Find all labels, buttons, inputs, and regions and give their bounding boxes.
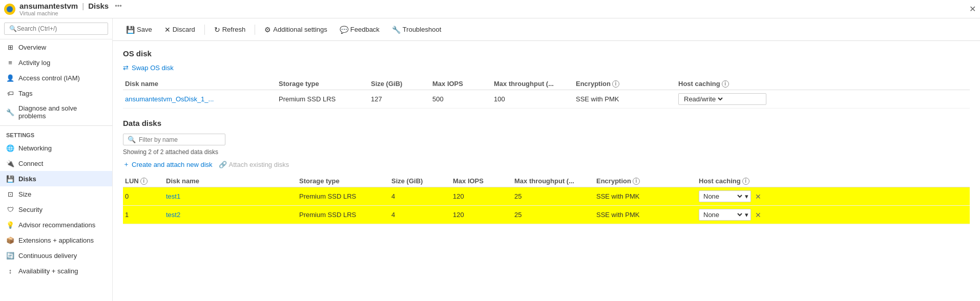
feedback-button[interactable]: 💬 Feedback — [335, 24, 385, 36]
data-throughput-0: 25 — [512, 192, 594, 200]
feedback-icon: 💬 — [340, 26, 348, 34]
lun-info-icon[interactable]: i — [140, 178, 148, 185]
sidebar-item-diagnose[interactable]: 🔧 Diagnose and solve problems — [0, 101, 112, 123]
troubleshoot-button[interactable]: 🔧 Troubleshoot — [387, 24, 446, 36]
data-disk-row-1: 1 test2 Premium SSD LRS 4 120 25 SSE wit… — [123, 206, 970, 224]
security-icon: 🛡 — [6, 205, 14, 213]
additional-settings-label: Additional settings — [273, 26, 327, 33]
showing-text: Showing 2 of 2 attached data disks — [123, 148, 970, 156]
data-storagetype-1: Premium SSD LRS — [297, 211, 389, 219]
access-control-icon: 👤 — [6, 74, 14, 82]
sidebar-nav: ⊞ Overview ≡ Activity log 👤 Access contr… — [0, 39, 112, 301]
search-input[interactable] — [4, 23, 108, 35]
data-disk-row-0: 0 test1 Premium SSD LRS 4 120 25 SSE wit… — [123, 187, 970, 206]
sidebar-label-size: Size — [18, 190, 31, 198]
data-hostcaching-dropdown-0[interactable]: None Read/write Read-only — [701, 192, 744, 201]
data-lun-0: 0 — [123, 192, 164, 200]
sidebar-label-security: Security — [18, 206, 43, 213]
sidebar-item-access-control[interactable]: 👤 Access control (IAM) — [0, 70, 112, 85]
toolbar: 💾 Save ✕ Discard ↻ Refresh ⚙ Additional … — [113, 18, 980, 41]
sidebar-label-tags: Tags — [18, 90, 32, 97]
data-hostcaching-select-1[interactable]: None Read/write Read-only ▾ — [699, 209, 751, 221]
plus-icon: ＋ — [123, 160, 130, 169]
data-col-throughput: Max throughput (... — [512, 177, 594, 185]
data-disk-table-header: LUN i Disk name Storage type Size (GiB) … — [123, 175, 970, 187]
sidebar-item-disks[interactable]: 💾 Disks — [0, 171, 112, 186]
data-host-caching-info-icon[interactable]: i — [742, 178, 749, 185]
data-diskname-0[interactable]: test1 — [164, 192, 297, 200]
sidebar-item-security[interactable]: 🛡 Security — [0, 202, 112, 217]
data-encryption-1: SSE with PMK — [594, 211, 697, 219]
data-iops-0: 120 — [451, 192, 512, 200]
refresh-label: Refresh — [222, 26, 246, 33]
discard-button[interactable]: ✕ Discard — [159, 24, 200, 36]
networking-icon: 🌐 — [6, 144, 14, 152]
filter-input[interactable] — [139, 136, 221, 143]
size-icon: ⊡ — [6, 190, 14, 198]
data-disks-title: Data disks — [123, 119, 970, 127]
host-caching-info-icon[interactable]: i — [722, 80, 729, 88]
sidebar-label-disks: Disks — [18, 175, 36, 183]
more-icon[interactable]: ••• — [115, 2, 122, 10]
data-encryption-info-icon[interactable]: i — [633, 178, 640, 185]
data-col-iops: Max IOPS — [451, 177, 512, 185]
sidebar-label-extensions: Extensions + applications — [18, 236, 94, 244]
os-col-hostcaching: Host caching i — [676, 80, 768, 88]
title-separator: | — [82, 2, 84, 10]
data-throughput-1: 25 — [512, 211, 594, 219]
data-hostcaching-dropdown-1[interactable]: None Read/write Read-only — [701, 210, 744, 219]
title-bar: ansumantestvm | Disks ••• Virtual machin… — [0, 0, 980, 18]
refresh-button[interactable]: ↻ Refresh — [209, 24, 251, 36]
subtitle: Virtual machine — [19, 10, 122, 16]
os-col-iops: Max IOPS — [430, 80, 492, 88]
os-max-iops: 500 — [430, 95, 492, 103]
attach-existing-label: Attach existing disks — [229, 161, 289, 168]
sidebar-item-tags[interactable]: 🏷 Tags — [0, 85, 112, 101]
os-host-caching-cell: Read/write None Read-only — [676, 93, 768, 105]
os-disk-table-header: Disk name Storage type Size (GiB) Max IO… — [123, 78, 970, 90]
sidebar-item-availability[interactable]: ↕ Availability + scaling — [0, 263, 112, 278]
save-button[interactable]: 💾 Save — [121, 24, 157, 36]
close-icon[interactable]: ✕ — [969, 4, 976, 14]
tags-icon: 🏷 — [6, 89, 14, 97]
sidebar-item-size[interactable]: ⊡ Size — [0, 186, 112, 202]
delete-disk-0-button[interactable]: ✕ — [755, 192, 761, 201]
swap-icon: ⇄ — [123, 64, 129, 72]
attach-icon: 🔗 — [219, 161, 227, 168]
swap-label: Swap OS disk — [132, 64, 174, 72]
sidebar-item-activity-log[interactable]: ≡ Activity log — [0, 55, 112, 70]
sidebar-item-extensions[interactable]: 📦 Extensions + applications — [0, 232, 112, 248]
sidebar-item-networking[interactable]: 🌐 Networking — [0, 140, 112, 156]
main-layout: 🔍 ⊞ Overview ≡ Activity log 👤 Access con… — [0, 18, 980, 301]
sidebar-item-advisor[interactable]: 💡 Advisor recommendations — [0, 217, 112, 232]
refresh-icon: ↻ — [214, 26, 220, 34]
swap-os-disk-button[interactable]: ⇄ Swap OS disk — [123, 64, 970, 72]
data-col-size: Size (GiB) — [389, 177, 451, 185]
os-encryption: SSE with PMK — [574, 95, 676, 103]
sidebar-item-connect[interactable]: 🔌 Connect — [0, 156, 112, 171]
main-content: OS disk ⇄ Swap OS disk Disk name Storage… — [113, 41, 980, 301]
vm-name: ansumantestvm — [19, 2, 78, 10]
create-attach-button[interactable]: ＋ Create and attach new disk — [123, 160, 213, 169]
delete-disk-1-button[interactable]: ✕ — [755, 211, 761, 219]
filter-icon: 🔍 — [128, 136, 136, 143]
save-label: Save — [137, 26, 152, 33]
os-disk-name[interactable]: ansumantestvm_OsDisk_1_... — [123, 95, 277, 103]
encryption-info-icon[interactable]: i — [612, 80, 619, 88]
os-host-caching-select[interactable]: Read/write None Read-only — [678, 93, 766, 105]
action-bar: ＋ Create and attach new disk 🔗 Attach ex… — [123, 160, 970, 169]
data-hostcaching-cell-0: None Read/write Read-only ▾ ✕ — [697, 190, 789, 202]
data-hostcaching-select-0[interactable]: None Read/write Read-only ▾ — [699, 190, 751, 202]
overview-icon: ⊞ — [6, 43, 14, 51]
additional-settings-button[interactable]: ⚙ Additional settings — [259, 24, 332, 36]
sidebar-search-container: 🔍 — [0, 18, 112, 39]
attach-existing-button[interactable]: 🔗 Attach existing disks — [219, 161, 289, 168]
sidebar-item-continuous-delivery[interactable]: 🔄 Continuous delivery — [0, 248, 112, 263]
os-col-size: Size (GiB) — [369, 80, 430, 88]
activity-log-icon: ≡ — [6, 58, 14, 67]
os-disk-row: ansumantestvm_OsDisk_1_... Premium SSD L… — [123, 90, 970, 109]
os-host-caching-dropdown[interactable]: Read/write None Read-only — [682, 95, 724, 103]
os-col-storagetype: Storage type — [277, 80, 369, 88]
sidebar-item-overview[interactable]: ⊞ Overview — [0, 39, 112, 55]
data-diskname-1[interactable]: test2 — [164, 211, 297, 219]
